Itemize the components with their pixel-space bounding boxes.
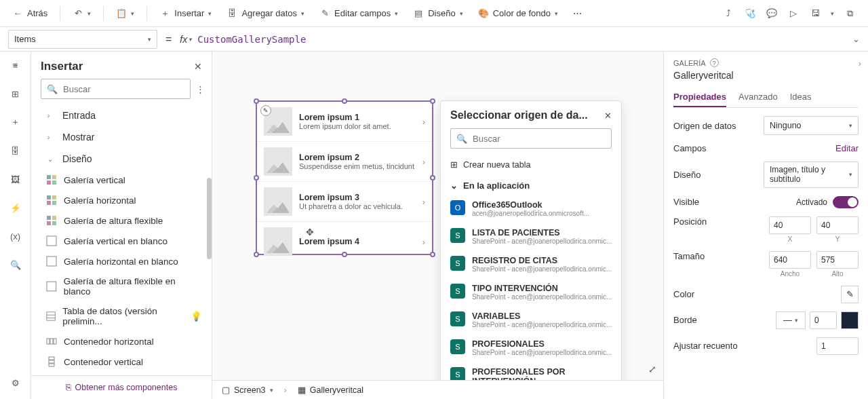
share-icon[interactable]: ⤴ bbox=[722, 7, 734, 20]
insert-item-blank-flexible-gallery[interactable]: Galería de altura flexible en blanco bbox=[31, 271, 212, 301]
resize-handle[interactable] bbox=[254, 98, 259, 104]
undo-button[interactable]: ↶▾ bbox=[66, 4, 98, 23]
tree-view-icon[interactable]: ≡ bbox=[9, 58, 22, 72]
search-rail-icon[interactable]: 🔍 bbox=[9, 258, 22, 271]
color-picker[interactable]: ✎ bbox=[841, 286, 859, 303]
datasource-section-inapp[interactable]: ⌄ En la aplicación bbox=[441, 176, 621, 195]
fx-icon[interactable]: fx▾ bbox=[180, 34, 192, 45]
resize-handle[interactable] bbox=[254, 175, 259, 180]
datasource-item[interactable]: SLISTA DE PACIENTESSharePoint - acen@joa… bbox=[441, 223, 621, 250]
insert-item-blank-horizontal-gallery[interactable]: Galería horizontal en blanco bbox=[31, 251, 212, 271]
canvas[interactable]: ✎ Lorem ipsum 1Lorem ipsum dolor sit ame… bbox=[212, 52, 663, 399]
property-selector[interactable]: Items ▾ bbox=[8, 30, 157, 49]
insert-item-horizontal-container[interactable]: Contenedor horizontal bbox=[31, 331, 212, 352]
breadcrumb: ▢Screen3▾ › ▦Galleryveritcal bbox=[212, 380, 663, 399]
create-table-button[interactable]: ⊞ Crear nueva tabla bbox=[441, 155, 621, 176]
insert-item-horizontal-gallery[interactable]: Galería horizontal bbox=[31, 190, 212, 210]
border-style-selector[interactable]: — ▾ bbox=[776, 311, 806, 329]
close-panel-icon[interactable]: ✕ bbox=[194, 61, 202, 72]
add-data-button[interactable]: 🗄 Agregar datos ▾ bbox=[220, 4, 311, 23]
gallery-item[interactable]: Lorem ipsum 1Lorem ipsum dolor sit amet.… bbox=[257, 102, 432, 142]
checker-icon[interactable]: 🩺 bbox=[744, 7, 756, 20]
paste-button[interactable]: 📋▾ bbox=[109, 4, 141, 23]
datasource-search-input[interactable] bbox=[473, 134, 606, 144]
category-layout[interactable]: ⌄Diseño bbox=[31, 148, 212, 170]
insert-item-vertical-gallery[interactable]: Galería vertical bbox=[31, 170, 212, 190]
svg-rect-8 bbox=[47, 216, 51, 220]
breadcrumb-control[interactable]: ▦Galleryveritcal bbox=[298, 385, 363, 395]
insert-item-vertical-container[interactable]: Contenedor vertical bbox=[31, 352, 212, 372]
layout-selector[interactable]: Imagen, título y subtítulo▾ bbox=[764, 162, 859, 188]
close-popup-icon[interactable]: ✕ bbox=[604, 111, 612, 121]
wrap-count-input[interactable]: 1 bbox=[816, 337, 859, 355]
datasource-item[interactable]: SPROFESIONALESSharePoint - acen@joanerop… bbox=[441, 334, 621, 362]
gallery-control[interactable]: ✎ Lorem ipsum 1Lorem ipsum dolor sit ame… bbox=[256, 100, 433, 255]
resize-handle[interactable] bbox=[342, 98, 347, 104]
gallery-blank-icon bbox=[46, 235, 57, 246]
category-input[interactable]: ›Entrada bbox=[31, 104, 212, 126]
info-icon[interactable]: ? bbox=[710, 58, 719, 67]
datasource-selector[interactable]: Ninguno▾ bbox=[764, 116, 859, 135]
resize-handle[interactable] bbox=[254, 252, 259, 257]
chevron-down-icon[interactable]: ▾ bbox=[831, 10, 834, 17]
breadcrumb-screen[interactable]: ▢Screen3▾ bbox=[222, 385, 273, 395]
expand-formula-icon[interactable]: ⌄ bbox=[852, 34, 860, 44]
save-icon[interactable]: 🖫 bbox=[809, 7, 821, 20]
edit-fields-button[interactable]: ✎ Editar campos ▾ bbox=[313, 4, 405, 23]
tab-advanced[interactable]: Avanzado bbox=[738, 88, 778, 107]
size-height-input[interactable]: 575 bbox=[816, 251, 859, 269]
formula-input[interactable]: CustomGallerySample bbox=[197, 34, 847, 45]
add-rail-icon[interactable]: ＋ bbox=[9, 115, 22, 129]
border-width-input[interactable]: 0 bbox=[810, 311, 837, 329]
play-icon[interactable]: ▷ bbox=[787, 7, 800, 20]
more-icon[interactable]: ⋮ bbox=[196, 84, 205, 94]
resize-handle[interactable] bbox=[342, 252, 347, 257]
position-x-input[interactable]: 40 bbox=[769, 216, 811, 234]
insert-search[interactable]: 🔍 bbox=[41, 79, 191, 99]
resize-handle[interactable] bbox=[430, 175, 435, 180]
visible-toggle[interactable] bbox=[833, 196, 859, 208]
tab-properties[interactable]: Propiedades bbox=[673, 88, 726, 107]
chevron-right-icon[interactable]: › bbox=[859, 58, 861, 69]
resize-handle[interactable] bbox=[430, 98, 435, 104]
power-automate-icon[interactable]: ⚡ bbox=[9, 201, 22, 214]
data-rail-icon[interactable]: 🗄 bbox=[9, 144, 22, 157]
scrollbar[interactable] bbox=[207, 178, 212, 259]
datasource-item[interactable]: STIPO INTERVENCIÓNSharePoint - acen@joan… bbox=[441, 278, 621, 306]
insert-item-data-table[interactable]: Tabla de datos (versión prelimin...💡 bbox=[31, 301, 212, 331]
get-more-components[interactable]: ⎘ Obtener más componentes bbox=[31, 375, 212, 399]
bg-color-button[interactable]: 🎨 Color de fondo ▾ bbox=[471, 4, 565, 23]
sharepoint-icon: S bbox=[450, 284, 465, 299]
paint-icon: 🎨 bbox=[478, 8, 489, 19]
import-icon: ⎘ bbox=[66, 383, 71, 392]
more-button[interactable]: ⋯ bbox=[566, 4, 589, 22]
category-display[interactable]: ›Mostrar bbox=[31, 126, 212, 148]
resize-handle[interactable] bbox=[430, 252, 435, 257]
edit-template-icon[interactable]: ✎ bbox=[260, 105, 271, 116]
insert-item-blank-vertical-gallery[interactable]: Galería vertical en blanco bbox=[31, 231, 212, 251]
insert-item-flexible-gallery[interactable]: Galería de altura flexible bbox=[31, 210, 212, 231]
insert-rail-icon[interactable]: ⊞ bbox=[9, 87, 22, 100]
insert-search-input[interactable] bbox=[63, 84, 184, 94]
datasource-item[interactable]: OOffice365Outlookacen@joaneropellodirica… bbox=[441, 195, 621, 223]
comment-icon[interactable]: 💬 bbox=[766, 7, 778, 20]
tab-ideas[interactable]: Ideas bbox=[790, 88, 812, 107]
settings-rail-icon[interactable]: ⚙ bbox=[9, 376, 22, 390]
datasource-search[interactable]: 🔍 bbox=[450, 128, 612, 149]
variables-icon[interactable]: (x) bbox=[9, 229, 22, 243]
edit-fields-link[interactable]: Editar bbox=[835, 143, 859, 153]
border-color-picker[interactable] bbox=[841, 311, 859, 329]
gallery-item[interactable]: Lorem ipsum 2Suspendisse enim metus, tin… bbox=[257, 142, 432, 182]
publish-icon[interactable]: ⧉ bbox=[844, 7, 856, 20]
insert-button[interactable]: ＋ Insertar ▾ bbox=[153, 4, 218, 23]
datasource-item[interactable]: SVARIABLESSharePoint - acen@joaneropello… bbox=[441, 306, 621, 334]
fit-to-screen-icon[interactable]: ⤢ bbox=[648, 364, 656, 375]
datasource-item[interactable]: SREGISTRO DE CITASSharePoint - acen@joan… bbox=[441, 250, 621, 278]
gallery-blank-icon bbox=[46, 281, 57, 292]
media-rail-icon[interactable]: 🖼 bbox=[9, 172, 22, 186]
layout-button[interactable]: ▤ Diseño ▾ bbox=[406, 4, 469, 23]
gallery-item[interactable]: Lorem ipsum 3Ut pharetra a dolor ac vehi… bbox=[257, 182, 432, 222]
size-width-input[interactable]: 640 bbox=[769, 251, 811, 269]
position-y-input[interactable]: 40 bbox=[816, 216, 859, 234]
back-button[interactable]: ← Atrás bbox=[5, 4, 54, 23]
